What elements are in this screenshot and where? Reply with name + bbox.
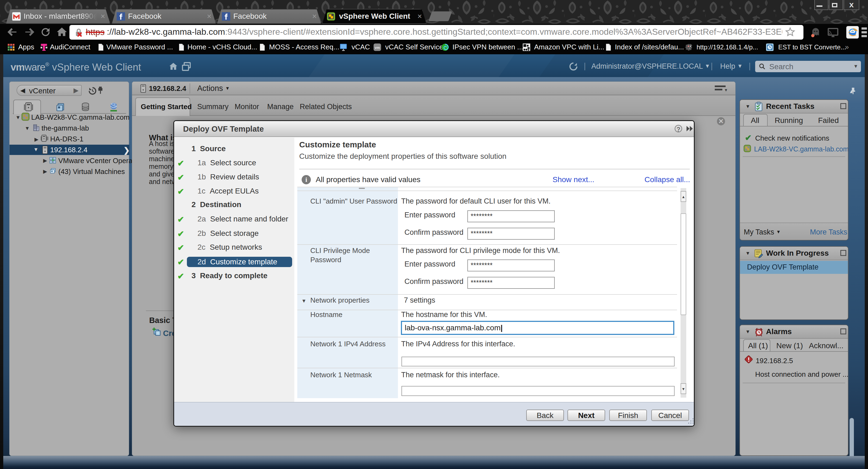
svg-text:vm: vm	[375, 46, 380, 50]
